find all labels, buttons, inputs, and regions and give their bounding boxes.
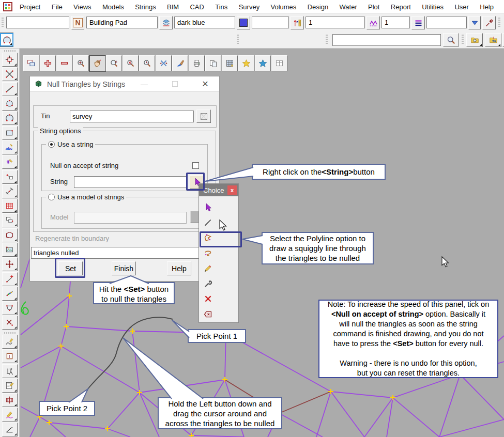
tool-button[interactable] bbox=[2, 199, 18, 213]
height-picker-button[interactable]: z bbox=[291, 16, 304, 29]
utility-folder-button[interactable]: ! bbox=[485, 33, 501, 47]
view-button[interactable] bbox=[156, 55, 172, 71]
tool-button[interactable] bbox=[2, 287, 18, 301]
menu-item[interactable]: Report bbox=[388, 2, 414, 12]
model-input[interactable] bbox=[74, 212, 187, 224]
model-picker-button[interactable] bbox=[159, 16, 173, 29]
menu-item[interactable]: Project bbox=[17, 2, 43, 12]
tool-button[interactable] bbox=[2, 393, 18, 407]
choice-item[interactable] bbox=[199, 200, 238, 215]
linestyle-picker-button[interactable] bbox=[366, 16, 380, 29]
tool-button[interactable] bbox=[2, 170, 18, 184]
width-field[interactable] bbox=[381, 17, 410, 28]
tool-button[interactable] bbox=[2, 82, 18, 96]
tool-button[interactable] bbox=[2, 126, 18, 140]
tool-button[interactable]: I bbox=[2, 349, 18, 363]
menu-item[interactable]: Volumes bbox=[267, 2, 299, 12]
use-model-radio[interactable] bbox=[48, 194, 55, 200]
view-button[interactable] bbox=[271, 55, 287, 71]
tool-button[interactable] bbox=[2, 97, 18, 111]
colour-field[interactable] bbox=[174, 17, 235, 28]
view-button[interactable] bbox=[205, 55, 221, 71]
use-string-radio[interactable] bbox=[48, 141, 55, 148]
tool-button[interactable] bbox=[2, 301, 18, 315]
dialog-titlebar[interactable]: 12 Null Triangles by Strings — ✕ bbox=[30, 76, 219, 92]
tool-button[interactable] bbox=[2, 243, 18, 257]
string-input[interactable] bbox=[74, 176, 187, 188]
view-button[interactable] bbox=[255, 55, 271, 71]
toolbar-grip[interactable] bbox=[462, 35, 464, 45]
tool-button[interactable] bbox=[2, 257, 18, 271]
tool-button[interactable] bbox=[2, 53, 18, 67]
search-button[interactable] bbox=[443, 33, 459, 47]
choice-item[interactable] bbox=[199, 230, 238, 246]
tool-button[interactable] bbox=[2, 335, 18, 349]
tool-button[interactable] bbox=[2, 228, 18, 242]
toolbar-grip[interactable] bbox=[2, 18, 4, 28]
view-button[interactable] bbox=[172, 55, 188, 71]
choice-item[interactable] bbox=[199, 276, 238, 292]
finish-button[interactable]: Finish bbox=[112, 261, 136, 275]
menu-item[interactable]: Plot bbox=[365, 2, 383, 12]
tool-button[interactable]: abc bbox=[2, 141, 18, 154]
tool-button[interactable] bbox=[2, 67, 18, 81]
choice-titlebar[interactable]: Choice x bbox=[199, 184, 238, 196]
view-button[interactable] bbox=[189, 55, 205, 71]
menu-item[interactable]: Tins bbox=[212, 2, 231, 12]
choice-item[interactable] bbox=[199, 307, 238, 322]
view-button[interactable] bbox=[222, 55, 238, 71]
tool-button[interactable] bbox=[2, 111, 18, 125]
menu-item[interactable]: CAD bbox=[187, 2, 207, 12]
set-button[interactable]: Set bbox=[58, 261, 83, 275]
view-button[interactable] bbox=[23, 55, 39, 71]
width-picker-button[interactable] bbox=[411, 16, 425, 29]
snap-button[interactable] bbox=[0, 33, 13, 46]
null-accept-checkbox[interactable] bbox=[192, 162, 199, 169]
eyedropper-button[interactable] bbox=[482, 16, 496, 29]
search-input[interactable] bbox=[332, 34, 441, 46]
view-button[interactable] bbox=[40, 55, 56, 71]
name-field[interactable] bbox=[6, 17, 69, 28]
choice-item[interactable] bbox=[199, 291, 238, 307]
view-button[interactable] bbox=[89, 55, 105, 71]
name-toggle-button[interactable]: N bbox=[71, 16, 84, 29]
tinable-field[interactable] bbox=[426, 17, 467, 28]
toolbar-grip[interactable] bbox=[4, 50, 16, 52]
close-button[interactable]: ✕ bbox=[197, 76, 213, 91]
menu-item[interactable]: Strings bbox=[132, 2, 159, 12]
choice-item[interactable] bbox=[199, 215, 238, 231]
tool-button[interactable] bbox=[2, 364, 18, 378]
toolbar-grip[interactable] bbox=[326, 35, 328, 45]
model-folder-button[interactable] bbox=[466, 33, 483, 47]
menu-item[interactable]: Help bbox=[477, 2, 497, 12]
choice-item[interactable] bbox=[199, 246, 238, 261]
maximize-button[interactable] bbox=[167, 76, 182, 91]
tool-button[interactable] bbox=[2, 408, 18, 422]
menu-item[interactable]: Models bbox=[99, 2, 127, 12]
view-button[interactable] bbox=[56, 55, 72, 71]
tool-button[interactable] bbox=[2, 379, 18, 393]
view-button[interactable] bbox=[238, 55, 254, 71]
menu-item[interactable]: Survey bbox=[236, 2, 263, 12]
view-button[interactable] bbox=[123, 55, 139, 71]
linestyle-field[interactable] bbox=[306, 17, 365, 28]
view-button[interactable] bbox=[139, 55, 155, 71]
menu-item[interactable]: Design bbox=[304, 2, 331, 12]
choice-item[interactable] bbox=[199, 261, 238, 276]
tin-picker-button[interactable] bbox=[196, 110, 211, 123]
menu-item[interactable]: Views bbox=[70, 2, 94, 12]
menu-item[interactable]: File bbox=[49, 2, 66, 12]
view-button[interactable]: ± bbox=[106, 55, 122, 71]
tool-button[interactable] bbox=[2, 184, 18, 198]
menu-item[interactable]: Water bbox=[337, 2, 360, 12]
model-field[interactable] bbox=[86, 17, 158, 28]
tin-input[interactable] bbox=[70, 111, 194, 122]
menu-item[interactable]: Utilities bbox=[419, 2, 447, 12]
toolbar-grip[interactable] bbox=[498, 18, 500, 28]
toolbar-grip[interactable] bbox=[4, 332, 16, 334]
tool-button[interactable] bbox=[2, 272, 18, 286]
minimize-button[interactable]: — bbox=[136, 76, 152, 91]
menu-item[interactable]: BIM bbox=[164, 2, 182, 12]
dropdown-button[interactable] bbox=[468, 16, 481, 29]
tool-button[interactable] bbox=[2, 155, 18, 169]
